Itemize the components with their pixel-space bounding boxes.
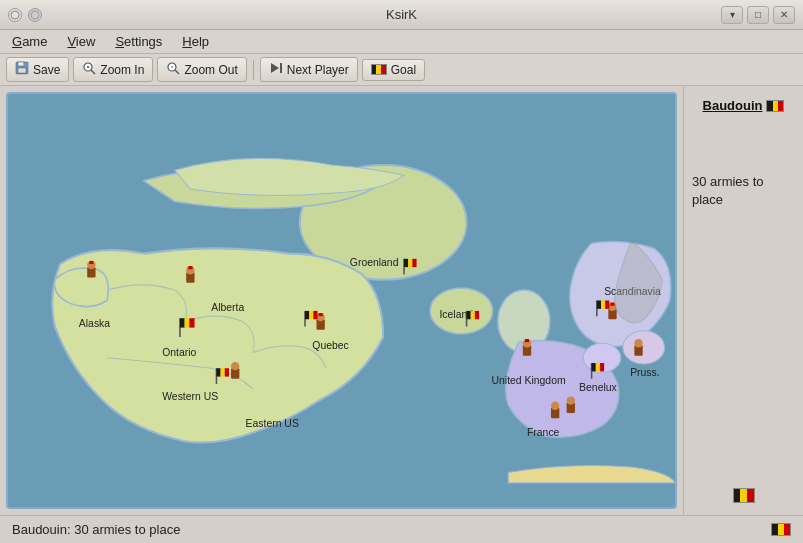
zoom-in-button[interactable]: Zoom In <box>73 57 153 82</box>
armies-text: 30 armies to place <box>692 174 764 207</box>
alaska-label: Alaska <box>79 318 110 329</box>
svg-rect-51 <box>412 259 416 267</box>
window-controls <box>8 8 42 22</box>
armies-info: 30 armies to place <box>692 173 795 209</box>
zoom-out-label: Zoom Out <box>184 63 237 77</box>
svg-rect-44 <box>225 368 229 376</box>
status-flag <box>771 523 791 536</box>
svg-point-71 <box>567 396 575 404</box>
save-button[interactable]: Save <box>6 57 69 82</box>
svg-rect-31 <box>189 318 194 327</box>
svg-rect-64 <box>605 301 609 309</box>
svg-rect-50 <box>408 259 412 267</box>
svg-rect-75 <box>596 363 600 371</box>
goal-label: Goal <box>391 63 416 77</box>
save-label: Save <box>33 63 60 77</box>
close-right-button[interactable]: ✕ <box>773 6 795 24</box>
corner-flag-icon <box>733 488 755 503</box>
svg-rect-5 <box>23 63 25 65</box>
svg-rect-54 <box>467 311 471 319</box>
right-panel: Baudouin 30 armies to place <box>683 86 803 515</box>
zoom-out-button[interactable]: Zoom Out <box>157 57 246 82</box>
svg-rect-30 <box>185 318 190 327</box>
menu-view[interactable]: View <box>63 32 99 51</box>
zoom-in-label: Zoom In <box>100 63 144 77</box>
svg-rect-56 <box>475 311 479 319</box>
svg-point-46 <box>231 362 239 370</box>
alberta-label: Alberta <box>211 302 244 313</box>
svg-point-78 <box>634 339 642 347</box>
svg-rect-29 <box>180 318 185 327</box>
uk-label: United Kingdom <box>492 375 566 386</box>
western-us-label: Western US <box>162 391 218 402</box>
menu-help[interactable]: Help <box>178 32 213 51</box>
toolbar-separator <box>253 60 254 80</box>
svg-line-9 <box>91 70 95 74</box>
svg-rect-67 <box>525 339 529 342</box>
next-player-icon <box>269 61 283 78</box>
france-label: France <box>527 427 560 438</box>
window-controls-right: ▾ □ ✕ <box>721 6 795 24</box>
quebec-label: Quebec <box>312 340 348 351</box>
window-title: KsirK <box>386 7 417 22</box>
svg-point-20 <box>623 331 665 364</box>
player-flag-icon <box>766 100 784 112</box>
svg-point-69 <box>551 402 559 410</box>
svg-rect-4 <box>18 68 26 73</box>
player-name-text: Baudouin <box>703 98 763 113</box>
groenland-label: Groenland <box>350 257 399 268</box>
svg-rect-26 <box>188 266 192 269</box>
svg-rect-59 <box>610 303 614 306</box>
ontario-label: Ontario <box>162 347 196 358</box>
zoom-out-icon <box>166 61 180 78</box>
svg-rect-42 <box>216 368 220 376</box>
svg-rect-14 <box>280 63 282 73</box>
goal-flag-icon <box>371 64 387 75</box>
svg-rect-34 <box>319 313 323 316</box>
player-name-display: Baudouin <box>703 98 785 113</box>
status-bar: Baudouin: 30 armies to place <box>0 515 803 543</box>
svg-rect-55 <box>471 311 475 319</box>
svg-rect-37 <box>305 311 309 319</box>
svg-line-12 <box>175 70 179 74</box>
svg-rect-74 <box>592 363 596 371</box>
title-bar: KsirK ▾ □ ✕ <box>0 0 803 30</box>
benelux-label: Benelux <box>579 382 617 393</box>
menu-bar: Game View Settings Help <box>0 30 803 54</box>
svg-rect-63 <box>601 301 605 309</box>
minimize-right-button[interactable]: ▾ <box>721 6 743 24</box>
svg-rect-43 <box>221 368 225 376</box>
svg-marker-13 <box>271 63 279 73</box>
save-icon <box>15 61 29 78</box>
main-area: Alaska Alberta Ontario Quebec Western US… <box>0 86 803 515</box>
svg-rect-23 <box>89 261 93 264</box>
next-player-label: Next Player <box>287 63 349 77</box>
eastern-us-label: Eastern US <box>246 418 299 429</box>
status-text: Baudouin: 30 armies to place <box>12 522 180 537</box>
svg-rect-38 <box>309 311 313 319</box>
map-svg: Alaska Alberta Ontario Quebec Western US… <box>8 94 675 507</box>
window-icon <box>8 8 22 22</box>
next-player-button[interactable]: Next Player <box>260 57 358 82</box>
svg-rect-49 <box>404 259 408 267</box>
svg-point-1 <box>31 11 39 19</box>
svg-rect-39 <box>313 311 317 319</box>
menu-settings[interactable]: Settings <box>111 32 166 51</box>
toolbar: Save Zoom In Zoom Out <box>0 54 803 86</box>
svg-point-0 <box>11 11 19 19</box>
menu-game[interactable]: Game <box>8 32 51 51</box>
minimize-button[interactable] <box>28 8 42 22</box>
maximize-right-button[interactable]: □ <box>747 6 769 24</box>
zoom-in-icon <box>82 61 96 78</box>
map-panel[interactable]: Alaska Alberta Ontario Quebec Western US… <box>6 92 677 509</box>
svg-rect-76 <box>600 363 604 371</box>
svg-rect-62 <box>597 301 601 309</box>
goal-button[interactable]: Goal <box>362 59 425 81</box>
prussia-label: Pruss. <box>630 367 660 378</box>
flag-corner <box>733 488 755 503</box>
status-flag-icon <box>771 523 791 536</box>
